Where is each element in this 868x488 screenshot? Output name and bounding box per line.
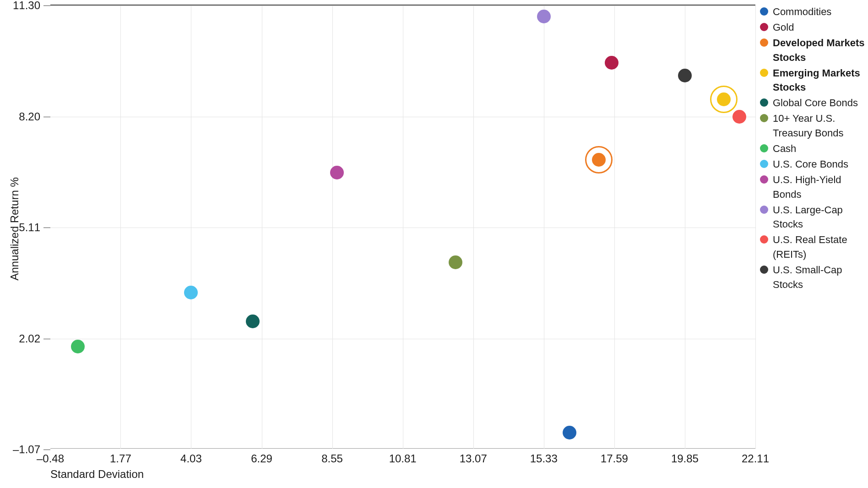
legend-label: Commodities: [773, 5, 865, 19]
legend-label: U.S. Large-Cap Stocks: [773, 203, 865, 232]
legend-item[interactable]: 10+ Year U.S. Treasury Bonds: [760, 111, 865, 141]
legend-label: U.S. Real Estate (REITs): [773, 233, 865, 262]
y-tick-label: –1.07: [13, 443, 40, 456]
gridline-v: [403, 5, 403, 449]
y-tick-mark: [43, 450, 50, 450]
y-tick-mark: [43, 5, 50, 6]
legend-item[interactable]: Cash: [760, 141, 865, 156]
x-tick-label: 17.59: [601, 452, 628, 465]
legend-item[interactable]: U.S. High-Yield Bonds: [760, 173, 865, 202]
legend-label: Gold: [773, 20, 865, 35]
x-tick-label: 22.11: [742, 452, 769, 465]
legend-item[interactable]: U.S. Small-Cap Stocks: [760, 263, 865, 292]
legend-swatch: [760, 160, 768, 168]
chart-container: –0.481.774.036.298.5510.8113.0715.3317.5…: [0, 0, 868, 488]
gridline-v: [544, 5, 544, 449]
legend-label: Global Core Bonds: [773, 96, 865, 110]
gridline-h: [50, 5, 755, 6]
gridline-v: [191, 5, 191, 449]
data-point[interactable]: [678, 69, 692, 82]
legend-item[interactable]: U.S. Real Estate (REITs): [760, 233, 865, 262]
x-tick-label: 1.77: [110, 452, 131, 465]
x-tick-label: 10.81: [389, 452, 417, 465]
y-tick-label: 8.20: [19, 110, 40, 123]
data-point[interactable]: [732, 110, 746, 124]
data-point[interactable]: [71, 340, 85, 353]
legend-swatch: [760, 98, 768, 107]
gridline-v: [262, 5, 262, 449]
gridline-h: [50, 339, 755, 339]
legend-item[interactable]: Emerging Markets Stocks: [760, 66, 865, 95]
y-tick-label: 11.30: [13, 0, 40, 12]
legend-swatch: [760, 235, 768, 244]
legend-label: U.S. Core Bonds: [773, 157, 865, 172]
legend-swatch: [760, 206, 768, 214]
data-point[interactable]: [330, 166, 344, 179]
legend-item[interactable]: Gold: [760, 20, 865, 35]
y-tick-label: 2.02: [19, 332, 40, 345]
plot-area: –0.481.774.036.298.5510.8113.0715.3317.5…: [50, 5, 755, 449]
y-tick-label: 5.11: [19, 221, 40, 234]
gridline-v: [614, 5, 615, 449]
legend-item[interactable]: Commodities: [760, 5, 865, 19]
y-tick-mark: [43, 228, 50, 228]
x-tick-label: 4.03: [180, 452, 202, 465]
data-point[interactable]: [605, 56, 618, 70]
legend-item[interactable]: U.S. Large-Cap Stocks: [760, 203, 865, 232]
x-tick-label: 15.33: [530, 452, 558, 465]
legend-label: U.S. Small-Cap Stocks: [773, 263, 865, 292]
gridline-v: [332, 5, 333, 449]
legend-label: U.S. High-Yield Bonds: [773, 173, 865, 202]
data-point[interactable]: [449, 255, 462, 269]
x-tick-label: 6.29: [251, 452, 272, 465]
y-tick-mark: [43, 339, 50, 339]
data-point[interactable]: [537, 10, 551, 23]
legend-swatch: [760, 38, 768, 47]
legend-swatch: [760, 23, 768, 31]
legend-item[interactable]: U.S. Core Bonds: [760, 157, 865, 172]
gridline-h: [50, 117, 755, 117]
legend-item[interactable]: Developed Markets Stocks: [760, 36, 865, 65]
legend: CommoditiesGoldDeveloped Markets StocksE…: [760, 5, 865, 293]
legend-swatch: [760, 175, 768, 184]
data-point[interactable]: [246, 314, 260, 328]
legend-swatch: [760, 114, 768, 122]
x-axis-label: Standard Deviation: [50, 468, 144, 481]
data-point[interactable]: [592, 153, 606, 167]
data-point[interactable]: [717, 92, 731, 106]
x-tick-label: –0.48: [37, 452, 64, 465]
gridline-v: [755, 5, 756, 449]
legend-label: Emerging Markets Stocks: [773, 66, 865, 95]
gridline-v: [473, 5, 474, 449]
gridline-h: [50, 228, 755, 228]
y-axis-label: Annualized Return %: [8, 177, 21, 280]
gridline-v: [120, 5, 121, 449]
data-point[interactable]: [563, 426, 576, 439]
legend-label: Cash: [773, 141, 865, 156]
legend-swatch: [760, 266, 768, 274]
legend-item[interactable]: Global Core Bonds: [760, 96, 865, 110]
x-tick-label: 8.55: [321, 452, 343, 465]
legend-label: Developed Markets Stocks: [773, 36, 865, 65]
data-point[interactable]: [184, 286, 198, 299]
legend-swatch: [760, 144, 768, 152]
legend-swatch: [760, 7, 768, 16]
x-tick-label: 13.07: [460, 452, 487, 465]
legend-swatch: [760, 69, 768, 77]
x-tick-label: 19.85: [671, 452, 699, 465]
y-tick-mark: [43, 117, 50, 117]
legend-label: 10+ Year U.S. Treasury Bonds: [773, 111, 865, 141]
